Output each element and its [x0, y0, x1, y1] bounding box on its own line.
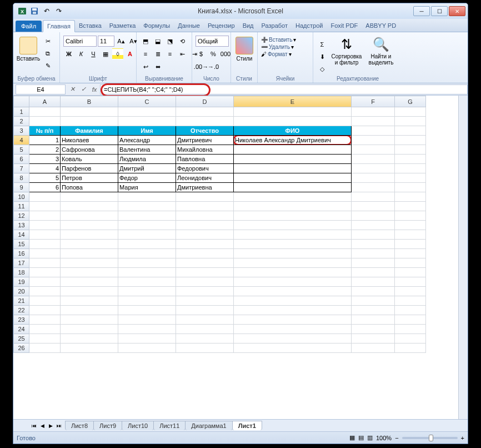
merge-icon[interactable]: ⬌: [152, 61, 163, 72]
cell[interactable]: [29, 296, 61, 306]
close-button[interactable]: ✕: [449, 6, 465, 16]
cell[interactable]: [234, 334, 352, 344]
table-cell[interactable]: Мария: [118, 183, 176, 192]
cell[interactable]: [176, 287, 234, 296]
cell[interactable]: [29, 344, 61, 353]
cancel-formula-icon[interactable]: ✕: [67, 84, 78, 94]
cell[interactable]: [395, 334, 426, 344]
cell[interactable]: [176, 325, 234, 334]
cell[interactable]: [118, 315, 176, 325]
font-size-select[interactable]: 11: [98, 36, 114, 47]
cell[interactable]: [29, 334, 61, 344]
cell[interactable]: [61, 277, 118, 287]
ribbon-tab-надстрой[interactable]: Надстрой: [292, 20, 327, 32]
underline-button[interactable]: Ч: [88, 48, 99, 59]
ribbon-tab-разметка[interactable]: Разметка: [106, 20, 140, 32]
row-header[interactable]: 25: [14, 334, 29, 344]
cell[interactable]: [29, 221, 61, 230]
row-header[interactable]: 21: [14, 296, 29, 306]
table-cell[interactable]: Николаев: [61, 136, 118, 145]
cell[interactable]: [234, 117, 352, 126]
table-cell[interactable]: Людмила: [118, 155, 176, 164]
view-normal-icon[interactable]: ▦: [349, 434, 355, 441]
cell[interactable]: [234, 221, 352, 230]
cell[interactable]: [395, 240, 426, 249]
cell[interactable]: [395, 306, 426, 315]
table-cell[interactable]: Дмитриевич: [176, 136, 234, 145]
cell[interactable]: [29, 117, 61, 126]
cell[interactable]: [352, 334, 395, 344]
column-header[interactable]: E: [234, 96, 352, 107]
cell[interactable]: [352, 287, 395, 296]
table-cell[interactable]: Парфенов: [61, 164, 118, 173]
row-header[interactable]: 12: [14, 211, 29, 221]
cell[interactable]: [395, 173, 426, 183]
ribbon-tab-abbyy pd[interactable]: ABBYY PD: [362, 20, 400, 32]
zoom-out-button[interactable]: −: [395, 435, 398, 441]
zoom-in-button[interactable]: +: [461, 435, 464, 441]
number-format-select[interactable]: Общий: [196, 36, 229, 47]
cell[interactable]: [29, 287, 61, 296]
cell[interactable]: [234, 325, 352, 334]
row-header[interactable]: 18: [14, 268, 29, 277]
cell[interactable]: [176, 117, 234, 126]
fill-icon[interactable]: ⬇: [317, 51, 328, 62]
fx-button[interactable]: fx: [89, 84, 100, 94]
select-all-corner[interactable]: [14, 96, 29, 107]
row-header[interactable]: 19: [14, 277, 29, 287]
cell[interactable]: [176, 249, 234, 258]
cell[interactable]: [395, 126, 426, 136]
align-middle-icon[interactable]: ⬓: [152, 36, 163, 47]
sheet-tab[interactable]: Диаграмма1: [185, 421, 232, 430]
cell[interactable]: [61, 315, 118, 325]
ribbon-tab-рецензир[interactable]: Рецензир: [204, 20, 239, 32]
bold-button[interactable]: Ж: [63, 48, 74, 59]
cell[interactable]: [61, 240, 118, 249]
cell[interactable]: [234, 211, 352, 221]
styles-button[interactable]: Стили: [234, 36, 254, 63]
table-cell[interactable]: Сафронова: [61, 145, 118, 155]
row-header[interactable]: 3: [14, 126, 29, 136]
cell[interactable]: [61, 344, 118, 353]
cell[interactable]: [61, 202, 118, 211]
row-header[interactable]: 23: [14, 315, 29, 325]
table-cell[interactable]: Павловна: [176, 155, 234, 164]
ribbon-tab-foxit pdf[interactable]: Foxit PDF: [327, 20, 362, 32]
cell[interactable]: [118, 221, 176, 230]
cell[interactable]: [118, 240, 176, 249]
cell[interactable]: [176, 277, 234, 287]
cell[interactable]: [352, 145, 395, 155]
column-header[interactable]: C: [118, 96, 176, 107]
sheet-tab[interactable]: Лист9: [93, 421, 122, 430]
column-header[interactable]: G: [395, 96, 426, 107]
cell[interactable]: [234, 344, 352, 353]
cell[interactable]: [61, 334, 118, 344]
sheet-nav-last-icon[interactable]: ⏭: [55, 421, 63, 430]
cell[interactable]: [118, 202, 176, 211]
cell[interactable]: [29, 306, 61, 315]
cell[interactable]: [118, 117, 176, 126]
decrease-decimal-icon[interactable]: →.0: [208, 61, 219, 72]
cell[interactable]: [352, 126, 395, 136]
format-cells-button[interactable]: 🖌Формат ▾: [261, 51, 292, 57]
cell[interactable]: [352, 136, 395, 145]
align-left-icon[interactable]: ≡: [140, 48, 151, 59]
cell[interactable]: [176, 344, 234, 353]
table-cell[interactable]: [234, 183, 352, 192]
cell[interactable]: [118, 287, 176, 296]
cell[interactable]: [352, 221, 395, 230]
redo-icon[interactable]: ↷: [53, 6, 64, 17]
cell[interactable]: [395, 249, 426, 258]
cell[interactable]: [176, 268, 234, 277]
row-header[interactable]: 17: [14, 258, 29, 268]
cell[interactable]: [29, 268, 61, 277]
cell[interactable]: [352, 202, 395, 211]
font-name-select[interactable]: Calibri: [63, 36, 97, 47]
row-header[interactable]: 2: [14, 117, 29, 126]
cell[interactable]: [352, 240, 395, 249]
cell[interactable]: [118, 211, 176, 221]
table-cell[interactable]: 4: [29, 164, 61, 173]
cell[interactable]: [61, 192, 118, 202]
cell[interactable]: [118, 249, 176, 258]
cell[interactable]: [352, 211, 395, 221]
